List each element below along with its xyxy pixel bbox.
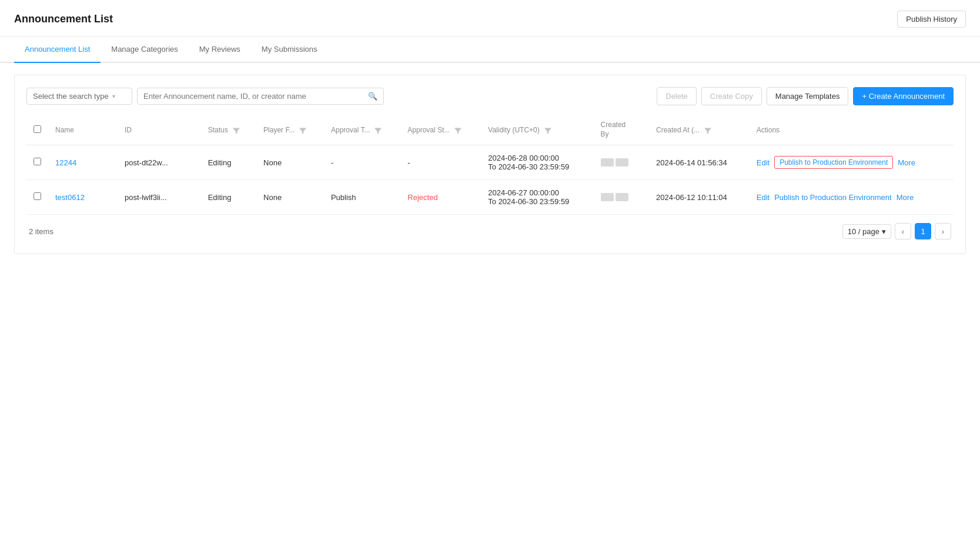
svg-marker-4 [544,128,551,134]
col-approval-status-header[interactable]: Approval St... [407,126,474,134]
row-actions-1: Edit Publish to Production Environment M… [757,193,946,202]
svg-marker-5 [704,128,711,134]
page-1-button[interactable]: 1 [915,223,931,239]
col-name-header[interactable]: Name [55,126,111,134]
search-type-select[interactable]: Select the search type ▾ [26,88,132,105]
table-footer: 2 items 10 / page ▾ ‹ 1 › [26,215,954,242]
row-checkbox-1[interactable] [34,192,41,200]
row-created-at-0: 2024-06-14 01:56:34 [656,158,727,167]
row-actions-0: Edit Publish to Production Environment M… [757,156,946,169]
more-button-0[interactable]: More [898,158,915,167]
items-count: 2 items [29,227,53,236]
row-player-0: None [263,158,282,167]
avatar-img-2-1 [616,193,628,201]
tab-manage-categories[interactable]: Manage Categories [101,36,188,63]
edit-button-0[interactable]: Edit [757,158,770,167]
created-at-filter-icon[interactable] [704,126,711,134]
create-announcement-button[interactable]: + Create Announcement [853,87,954,105]
row-checkbox-0[interactable] [34,158,41,165]
row-id-0: post-dt22w... [125,158,168,167]
create-copy-button[interactable]: Create Copy [701,87,762,105]
select-all-checkbox[interactable] [34,125,41,133]
col-player-header[interactable]: Player F... [263,126,317,134]
tab-my-reviews[interactable]: My Reviews [189,36,251,63]
approval-status-filter-icon[interactable] [454,126,461,134]
avatar-img-1-0 [601,158,614,167]
svg-marker-3 [454,128,461,134]
svg-marker-2 [374,128,382,134]
col-id-header[interactable]: ID [125,126,194,134]
svg-marker-0 [233,128,240,134]
chevron-down-icon: ▾ [112,93,115,99]
validity-filter-icon[interactable] [544,126,551,134]
row-validity-0: 2024-06-28 00:00:00To 2024-06-30 23:59:5… [488,154,569,171]
col-status-header[interactable]: Status [208,126,249,134]
avatar-img-2-0 [616,158,628,167]
row-status-1: Editing [208,193,232,202]
row-player-1: None [263,193,282,202]
pagination: 10 / page ▾ ‹ 1 › [842,223,951,239]
table-row: test0612 post-lwlf3ii... Editing None Pu… [26,180,954,215]
next-page-button[interactable]: › [935,223,951,239]
row-created-at-1: 2024-06-12 10:11:04 [656,193,727,202]
row-avatar-0 [601,158,642,167]
search-icon: 🔍 [368,92,377,101]
col-created-by-header: CreatedBy [601,121,642,139]
row-approval-type-1: Publish [331,193,356,202]
avatar-img-1-1 [601,193,614,201]
page-title: Announcement List [14,13,113,25]
table-row: 12244 post-dt22w... Editing None - - 202… [26,145,954,180]
publish-highlighted-button[interactable]: Publish to Production Environment [774,156,893,169]
row-approval-status-0: - [407,158,410,167]
tab-announcement-list[interactable]: Announcement List [14,36,101,63]
row-name-link-0[interactable]: 12244 [55,158,76,167]
row-id-1: post-lwlf3ii... [125,193,167,202]
approval-type-filter-icon[interactable] [374,126,382,134]
delete-button[interactable]: Delete [657,87,697,105]
toolbar: Select the search type ▾ 🔍 Delete Create… [26,87,954,105]
col-created-at-header[interactable]: Created At (... [656,126,742,134]
row-approval-status-1: Rejected [407,193,437,202]
per-page-select[interactable]: 10 / page ▾ [842,224,891,239]
col-validity-header[interactable]: Validity (UTC+0) [488,126,586,134]
prev-page-button[interactable]: ‹ [895,223,911,239]
search-input-wrap: 🔍 [137,88,384,105]
svg-marker-1 [299,128,306,134]
row-approval-type-0: - [331,158,333,167]
search-type-placeholder: Select the search type [33,92,109,101]
col-approval-type-header[interactable]: Approval T... [331,126,393,134]
publish-button[interactable]: Publish to Production Environment [774,193,891,202]
row-status-0: Editing [208,158,232,167]
edit-button-1[interactable]: Edit [757,193,770,202]
row-avatar-1 [601,193,642,201]
announcements-table: Name ID Status [26,115,954,215]
more-button-1[interactable]: More [897,193,914,202]
nav-tabs: Announcement List Manage Categories My R… [0,36,980,63]
status-filter-icon[interactable] [233,126,240,134]
tab-my-submissions[interactable]: My Submissions [251,36,328,63]
row-name-link-1[interactable]: test0612 [55,193,85,202]
row-validity-1: 2024-06-27 00:00:00To 2024-06-30 23:59:5… [488,188,569,206]
per-page-chevron-icon: ▾ [882,227,886,236]
manage-templates-button[interactable]: Manage Templates [767,87,849,105]
search-input[interactable] [143,92,364,101]
player-filter-icon[interactable] [299,126,306,134]
publish-history-button[interactable]: Publish History [897,11,966,28]
